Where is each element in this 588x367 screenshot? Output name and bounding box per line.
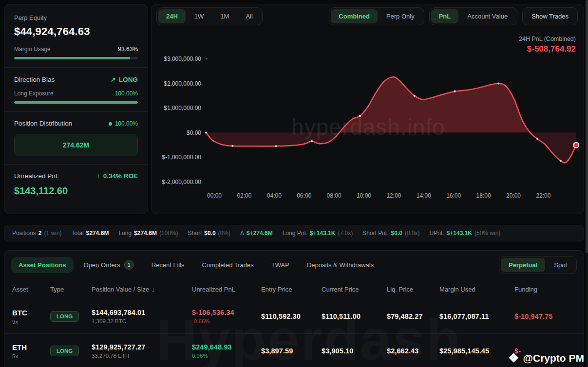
range-tab-1w[interactable]: 1W — [187, 9, 212, 23]
x-axis-tick: 12:00 — [386, 192, 401, 199]
tab-deposits-withdrawals[interactable]: Deposits & Withdrawals — [300, 257, 381, 273]
tab-label: TWAP — [271, 261, 289, 269]
header-label: Position Value / Size — [92, 286, 149, 293]
margin-used-cell-value: $16,077,087.11 — [439, 312, 514, 320]
tab-completed-trades[interactable]: Completed Trades — [195, 257, 261, 273]
x-axis-tick: 14:00 — [417, 192, 431, 199]
diamond-logo-icon: ❖ — [508, 352, 519, 364]
x-axis-tick: 00:00 — [207, 192, 222, 199]
y-axis-tick: $-2,000,000.00 — [162, 179, 201, 185]
position-value-cell: $129,925,727.2733,270.78 ETH — [92, 343, 192, 359]
liq-price-cell-value: $79,482.27 — [387, 312, 439, 320]
header-liq-price: Liq. Price — [387, 286, 439, 293]
long-exposure-label: Long Exposure — [14, 90, 54, 97]
mode-tabs: CombinedPerp Only — [329, 7, 424, 25]
asset-cell: BTC9x — [12, 309, 50, 325]
position-value-cell: $144,693,784.011,309.32 BTC — [92, 309, 192, 324]
header-label: Current Price — [322, 286, 359, 293]
summary-item-positions: Positions2(1 win) — [12, 230, 61, 237]
asset-cell: ETH5x — [12, 343, 50, 359]
divider — [4, 164, 148, 165]
page-scrollbar[interactable] — [586, 0, 588, 367]
unrealized-pnl-label: Unrealized PnL — [14, 172, 59, 180]
table-row-eth[interactable]: ETH5xLONG$129,925,727.2733,270.78 ETH$24… — [4, 333, 584, 367]
tab-twap[interactable]: TWAP — [264, 257, 297, 273]
mode-tab-combined[interactable]: Combined — [331, 9, 378, 23]
summary-extra: (0.0x) — [405, 230, 420, 237]
range-tab-24h[interactable]: 24H — [158, 9, 186, 23]
x-axis-tick: 04:00 — [267, 192, 282, 199]
metric-tab-pnl[interactable]: PnL — [431, 9, 459, 23]
summary-label: Positions — [12, 230, 36, 237]
header-type: Type — [50, 286, 92, 293]
direction-bias-label: Direction Bias — [14, 76, 55, 83]
y-axis-tick: $-1,000,000.00 — [162, 154, 201, 161]
current-price-cell: $3,905.10 — [322, 347, 387, 355]
table-header: AssetTypePosition Value / Size↓Unrealize… — [4, 278, 584, 299]
header-label: Entry Price — [261, 286, 292, 293]
data-point-marker — [536, 138, 538, 140]
unrealized-roe-text: 0.34% ROE — [103, 172, 138, 180]
range-tab-1m[interactable]: 1M — [212, 9, 237, 23]
tab-open-orders[interactable]: Open Orders1 — [76, 256, 141, 274]
show-trades-button[interactable]: Show Trades — [522, 7, 578, 25]
market-tab-spot[interactable]: Spot — [546, 258, 575, 272]
arrow-up-icon: ↑ — [97, 172, 100, 180]
header-unrealized-pnl: Unrealized PnL — [192, 286, 261, 293]
metric-tab-account-value[interactable]: Account Value — [459, 9, 515, 23]
direction-bias-text: LONG — [119, 76, 138, 83]
summary-label: Short PnL — [362, 230, 388, 237]
range-tab-all[interactable]: All — [238, 9, 260, 23]
summary-value: $274.6M — [86, 230, 109, 237]
summary-extra: (0%) — [218, 230, 230, 237]
data-point-marker — [414, 95, 416, 97]
unrealized-pnl-cell: $-106,536.34-0.66% — [192, 309, 261, 324]
data-point-marker — [497, 82, 499, 84]
summary-label: UPnL — [430, 230, 444, 237]
market-tab-perpetual[interactable]: Perpetual — [501, 258, 545, 272]
summary-value: $+274.6M — [247, 230, 273, 237]
x-axis-tick: 20:00 — [506, 192, 521, 199]
entry-price-cell-value: $3,897.59 — [261, 347, 322, 355]
margin-usage-value: 93.63% — [118, 46, 138, 53]
margin-usage-bar — [14, 57, 138, 59]
distribution-dot-icon — [109, 122, 112, 126]
position-distribution-box[interactable]: 274.62M — [14, 134, 138, 156]
margin-usage-bar-fill — [14, 57, 130, 59]
unrealized-pnl-value: $143,112.60 — [14, 185, 138, 197]
credit-watermark-text: @Crypto PM — [523, 352, 584, 364]
tab-asset-positions[interactable]: Asset Positions — [11, 257, 74, 273]
summary-label: Short — [188, 230, 202, 237]
summary-label: Long PnL — [283, 230, 307, 237]
y-axis-tick: $1,000,000.00 — [164, 105, 201, 111]
table-row-btc[interactable]: BTC9xLONG$144,693,784.011,309.32 BTC$-10… — [4, 299, 584, 333]
pnl-chart[interactable]: hyperdash.info$3,000,000.00$2,000,000.00… — [152, 51, 585, 212]
tab-label: Asset Positions — [19, 261, 66, 269]
header-position-value-size[interactable]: Position Value / Size↓ — [92, 286, 192, 293]
x-axis-tick: 08:00 — [327, 192, 341, 199]
summary-value: $0.0 — [204, 230, 215, 237]
scrollbar-thumb[interactable] — [586, 0, 588, 253]
header-label: Funding — [514, 286, 537, 293]
account-summary-panel: Perp Equity $44,924,764.63 Margin Usage … — [4, 4, 148, 214]
tab-recent-fills[interactable]: Recent Fills — [144, 257, 192, 273]
mode-tab-perp-only[interactable]: Perp Only — [379, 9, 422, 23]
header-entry-price: Entry Price — [261, 286, 322, 293]
pnl-caption: 24H PnL (Combined) — [519, 36, 576, 42]
data-point-marker — [454, 91, 456, 92]
position-distribution-pct-text: 100.00% — [115, 120, 138, 127]
chart-controls: CombinedPerp Only PnLAccount Value Show … — [329, 7, 578, 25]
summary-value: $0.0 — [391, 230, 402, 237]
header-current-price: Current Price — [322, 286, 387, 293]
margin-used-cell-value: $25,985,145.45 — [439, 347, 514, 355]
liq-price-cell: $2,662.43 — [387, 347, 439, 355]
long-exposure-bar-fill — [14, 101, 138, 104]
margin-used-cell: $16,077,087.11 — [439, 312, 514, 320]
current-price-cell: $110,511.00 — [322, 312, 387, 320]
summary-label: Total — [71, 230, 83, 237]
tab-label: Recent Fills — [152, 261, 185, 269]
position-value: $144,693,784.01 — [92, 309, 192, 316]
divider — [4, 67, 148, 68]
x-axis-tick: 10:00 — [357, 192, 371, 199]
table-body: BTC9xLONG$144,693,784.011,309.32 BTC$-10… — [4, 299, 584, 367]
